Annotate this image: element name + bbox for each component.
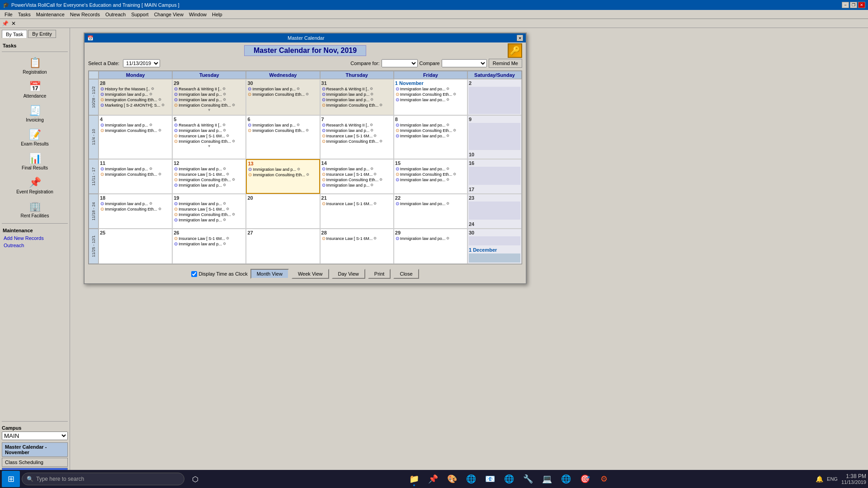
taskbar-app-chrome[interactable]: 🌐 (500, 471, 518, 487)
event[interactable]: ⊙Immigration law and po...⚙ (395, 86, 466, 91)
event[interactable]: ⊙Immigration law and po...⚙ (395, 177, 466, 182)
taskbar-app-ie[interactable]: 🌐 (462, 471, 480, 487)
minimize-button[interactable]: − (842, 2, 849, 8)
event[interactable]: ⊙Immigration Consulting Eth...⚙ (247, 128, 318, 133)
event[interactable]: ⊙Insurance Law [ S-1 6M...⚙ (174, 172, 245, 177)
event[interactable]: ⊙Research & Writing II [..⚙ (174, 122, 245, 127)
taskbar-app-app10[interactable]: ⚙ (595, 471, 613, 487)
taskbar-search-box[interactable]: 🔍 Type here to search (22, 473, 184, 485)
event[interactable]: ⊙Marketing [ S-2 4MONTH]; S...⚙ (100, 103, 171, 108)
taskbar-app-browser2[interactable]: 🌐 (557, 471, 575, 487)
cal-cell-oct30[interactable]: 30 ⊙Immigration law and p...⚙ ⊙Immigrati… (246, 79, 320, 115)
dialog-close-button[interactable]: ✕ (517, 35, 523, 41)
sidebar-item-final-results[interactable]: 📊 Final Results (2, 150, 68, 173)
week-view-button[interactable]: Week View (292, 269, 329, 279)
cal-cell-nov30-dec1[interactable]: 30 1 December (467, 229, 522, 264)
event[interactable]: ⊙Immigration law and po...⚙ (395, 166, 466, 171)
cal-cell-nov15[interactable]: 15 ⊙Immigration law and po...⚙ ⊙Immigrat… (394, 159, 467, 194)
event[interactable]: ⊙Immigration Consulting Eth...⚙ (100, 128, 171, 133)
restore-button[interactable]: ❐ (850, 2, 857, 8)
event[interactable]: ⊙Immigration Consulting Eth...⚙ (321, 103, 392, 108)
event[interactable]: ⊙Immigration Consulting Eth...⚙ (395, 172, 466, 177)
event[interactable]: ⊙Immigration law and po...⚙ (395, 236, 466, 241)
sidebar-item-rent-facilities[interactable]: 🏢 Rent Facilities (2, 198, 68, 221)
event[interactable]: ⊙Immigration Consulting Eth...⚙ (395, 128, 466, 133)
event[interactable]: ⊙Immigration law and p...⚙ (321, 166, 392, 171)
cal-cell-nov8[interactable]: 8 ⊙Immigration law and po...⚙ ⊙Immigrati… (394, 115, 467, 159)
cal-cell-nov5[interactable]: 5 ⊙Research & Writing II [..⚙ ⊙Immigrati… (172, 115, 246, 159)
display-time-checkbox-label[interactable]: Display Time as Clock (191, 271, 247, 277)
event[interactable]: ⊙Immigration law and p...⚙ (174, 217, 245, 222)
event[interactable]: ⊙Immigration Consulting Eth...⚙ (247, 92, 318, 97)
cal-cell-nov4[interactable]: 4 ⊙Immigration law and p...⚙ ⊙Immigratio… (99, 115, 172, 159)
event[interactable]: ⊙Immigration Consulting Eth...⚙ (100, 206, 171, 211)
cal-cell-nov19[interactable]: 19 ⊙Immigration law and p...⚙ ⊙Insurance… (172, 194, 246, 229)
taskbar-app-outlook[interactable]: 📧 (481, 471, 499, 487)
event[interactable]: ⊙History for the Masses [..⚙ (100, 86, 171, 91)
event[interactable]: ⊙Immigration law and p...⚙ (100, 166, 171, 171)
event[interactable]: ⊙Immigration law and p...⚙ (321, 128, 392, 133)
cal-cell-nov22[interactable]: 22 ⊙Immigration law and po...⚙ (394, 194, 467, 229)
sidebar-item-registration[interactable]: 📋 Registration (2, 55, 68, 77)
menu-new-records[interactable]: New Records (67, 11, 103, 18)
cal-cell-nov20[interactable]: 20 (246, 194, 320, 229)
nav-class-scheduling[interactable]: Class Scheduling (2, 458, 68, 467)
taskbar-app-vs[interactable]: 💻 (538, 471, 556, 487)
menu-support[interactable]: Support (128, 11, 151, 18)
taskbar-notifications-icon[interactable]: 🔔 (816, 475, 823, 483)
event[interactable]: ⊙Immigration law and p...⚙ (321, 92, 392, 97)
sidebar-item-exam-results[interactable]: 📝 Exam Results (2, 127, 68, 149)
cal-cell-nov29[interactable]: 29 ⊙Immigration law and po...⚙ (394, 229, 467, 264)
taskbar-app-explorer[interactable]: 📁 (405, 471, 423, 487)
toolbar-close-icon[interactable]: ✕ (11, 20, 16, 27)
menu-maintenance[interactable]: Maintenance (33, 11, 67, 18)
cal-cell-nov16[interactable]: 16 17 (467, 159, 522, 194)
cal-cell-nov18[interactable]: 18 ⊙Immigration law and p...⚙ ⊙Immigrati… (99, 194, 172, 229)
event[interactable]: ⊙Immigration law and p...⚙ (174, 201, 245, 206)
event[interactable]: ⊙Immigration law and p...⚙ (100, 122, 171, 127)
event[interactable]: ⊙Insurance Law [ S-1 6M...⚙ (321, 201, 392, 206)
title-bar-controls[interactable]: − ❐ ✕ (842, 2, 865, 8)
sidebar-item-event-registration[interactable]: 📌 Event Registration (2, 174, 68, 197)
tab-by-entity[interactable]: By Entity (28, 30, 56, 38)
menu-window[interactable]: Window (186, 11, 209, 18)
event[interactable]: ⊙Immigration law and p...⚙ (174, 241, 245, 246)
cal-cell-nov9[interactable]: 9 10 (467, 115, 522, 159)
taskbar-app-app9[interactable]: 🎯 (576, 471, 594, 487)
cal-cell-oct28[interactable]: 28 ⊙History for the Masses [..⚙ ⊙Immigra… (99, 79, 172, 115)
cal-cell-nov7[interactable]: 7 ⊙Research & Writing II [..⚙ ⊙Immigrati… (320, 115, 394, 159)
start-button[interactable]: ⊞ (2, 471, 20, 487)
cal-cell-nov6[interactable]: 6 ⊙Immigration law and p...⚙ ⊙Immigratio… (246, 115, 320, 159)
event[interactable]: ⊙Immigration Consulting Eth...⚙ (174, 103, 245, 108)
menu-outreach[interactable]: Outreach (103, 11, 128, 18)
cal-cell-nov14[interactable]: 14 ⊙Immigration law and p...⚙ ⊙Insurance… (320, 159, 394, 194)
menu-tasks[interactable]: Tasks (15, 11, 33, 18)
taskbar-clock[interactable]: 1:38 PM 11/13/2019 (841, 473, 866, 485)
event[interactable]: ⊙Research & Writing II [..⚙ (321, 122, 392, 127)
date-select[interactable]: 11/13/2019 (123, 59, 160, 67)
cal-cell-nov12[interactable]: 12 ⊙Immigration law and p...⚙ ⊙Insurance… (172, 159, 246, 194)
event[interactable]: ⊙Insurance Law [ S-1 6M...⚙ (174, 236, 245, 241)
event[interactable]: ⊙Immigration law and p...⚙ (248, 167, 318, 172)
cal-cell-nov13-today[interactable]: 13 ⊙Immigration law and p...⚙ ⊙Immigrati… (246, 159, 320, 194)
event[interactable]: ⊙Immigration law and po...⚙ (395, 201, 466, 206)
event[interactable]: ⊙Immigration law and p...⚙ (247, 122, 318, 127)
event[interactable]: ⊙Immigration law and p...⚙ (174, 166, 245, 171)
cal-cell-nov23[interactable]: 23 24 (467, 194, 522, 229)
outreach-link[interactable]: Outreach (2, 242, 68, 249)
compare-select[interactable] (442, 59, 487, 67)
event[interactable]: ⊙Immigration Consulting Eth...⚙ (100, 97, 171, 102)
print-button[interactable]: Print (368, 269, 391, 279)
tab-by-task[interactable]: By Task (2, 30, 27, 38)
close-button[interactable]: ✕ (858, 2, 865, 8)
event[interactable]: ⊙Immigration law and po...⚙ (395, 122, 466, 127)
event[interactable]: ⊙Immigration Consulting Eth...⚙ (395, 92, 466, 97)
cal-cell-oct29[interactable]: 29 ⊙Research & Writing II [..⚙ ⊙Immigrat… (172, 79, 246, 115)
nav-master-calendar[interactable]: Master Calendar - November (2, 442, 68, 457)
event[interactable]: ⊙Insurance Law [ S-1 6M...⚙ (321, 133, 392, 138)
event[interactable]: ⊙Immigration law and po...⚙ (395, 133, 466, 138)
cal-cell-nov26[interactable]: 26 ⊙Insurance Law [ S-1 6M...⚙ ⊙Immigrat… (172, 229, 246, 264)
cal-cell-nov1[interactable]: 1 November ⊙Immigration law and po...⚙ ⊙… (394, 79, 467, 115)
toolbar-pin-icon[interactable]: 📌 (2, 20, 9, 27)
close-dialog-button[interactable]: Close (393, 269, 419, 279)
